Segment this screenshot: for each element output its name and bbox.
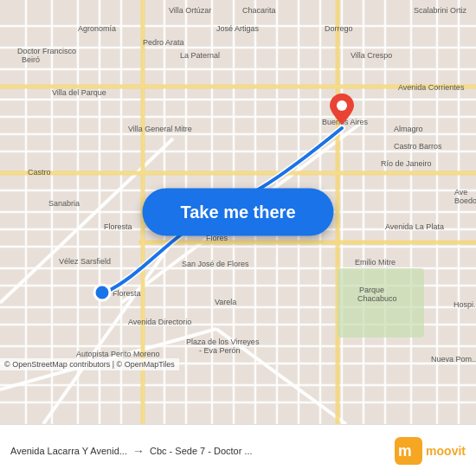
svg-text:Floresta: Floresta bbox=[104, 222, 132, 231]
svg-text:Plaza de los Virreyes: Plaza de los Virreyes bbox=[186, 338, 260, 346]
svg-text:José Artigas: José Artigas bbox=[216, 24, 260, 33]
svg-text:Pedro Arata: Pedro Arata bbox=[143, 38, 184, 47]
svg-text:Ave: Ave bbox=[454, 188, 467, 196]
bottom-bar: Avenida Lacarra Y Avenid... → Cbc - Sede… bbox=[0, 424, 476, 476]
svg-point-93 bbox=[337, 100, 347, 111]
svg-text:Floresta: Floresta bbox=[113, 289, 141, 298]
svg-text:Beiró: Beiró bbox=[22, 55, 40, 64]
svg-text:Vélez Sarsfield: Vélez Sarsfield bbox=[59, 257, 111, 266]
svg-text:Río de Janeiro: Río de Janeiro bbox=[381, 159, 432, 168]
svg-text:Parque: Parque bbox=[359, 286, 384, 294]
origin-label: Avenida Lacarra Y Avenid... bbox=[10, 446, 127, 456]
svg-text:Castro Barros: Castro Barros bbox=[394, 142, 442, 151]
svg-text:Almagro: Almagro bbox=[394, 125, 423, 133]
svg-text:m: m bbox=[398, 442, 412, 460]
svg-text:Villa Ortúzar: Villa Ortúzar bbox=[169, 6, 211, 15]
svg-text:Boedo: Boedo bbox=[454, 196, 476, 205]
svg-text:Emilio Mitre: Emilio Mitre bbox=[355, 258, 396, 267]
map-attribution: © OpenStreetMap contributors | © OpenMap… bbox=[0, 358, 179, 370]
svg-text:Dorrego: Dorrego bbox=[325, 24, 353, 33]
svg-text:Villa Crespo: Villa Crespo bbox=[351, 51, 392, 60]
moovit-wordmark: moovit bbox=[426, 444, 466, 458]
svg-text:Autopista Perito Moreno: Autopista Perito Moreno bbox=[76, 350, 160, 358]
svg-text:San José de Flores: San José de Flores bbox=[182, 260, 249, 268]
destination-label: Cbc - Sede 7 - Doctor ... bbox=[150, 446, 253, 456]
route-info: Avenida Lacarra Y Avenid... → Cbc - Sede… bbox=[10, 444, 388, 458]
svg-text:Nueva Pom...: Nueva Pom... bbox=[431, 355, 476, 363]
svg-text:Sanabria: Sanabria bbox=[48, 199, 80, 208]
svg-rect-52 bbox=[338, 268, 424, 338]
origin-marker bbox=[93, 283, 112, 306]
svg-text:Villa General Mitre: Villa General Mitre bbox=[128, 125, 192, 133]
svg-point-92 bbox=[94, 285, 110, 300]
moovit-logo: m moovit bbox=[395, 437, 466, 465]
svg-text:- Eva Perón: - Eva Perón bbox=[199, 346, 241, 355]
map-container: Villa Ortúzar Chacarita Scalabrini Ortiz… bbox=[0, 0, 476, 424]
take-me-there-button[interactable]: Take me there bbox=[142, 189, 333, 236]
svg-text:Avenida Directorio: Avenida Directorio bbox=[128, 318, 191, 326]
svg-text:Chacarita: Chacarita bbox=[242, 6, 276, 15]
svg-text:Castro: Castro bbox=[28, 168, 51, 177]
svg-text:La Paternal: La Paternal bbox=[180, 51, 220, 60]
route-arrow: → bbox=[132, 444, 145, 458]
svg-text:Avenida La Plata: Avenida La Plata bbox=[385, 222, 444, 231]
destination-marker bbox=[330, 93, 354, 128]
svg-text:Agronomía: Agronomía bbox=[78, 24, 116, 33]
svg-text:Chacabuco: Chacabuco bbox=[357, 294, 397, 303]
svg-text:Avenida Corrientes: Avenida Corrientes bbox=[398, 83, 465, 92]
svg-text:Villa del Parque: Villa del Parque bbox=[52, 88, 106, 97]
svg-text:Hospi...: Hospi... bbox=[453, 300, 476, 309]
svg-text:Varela: Varela bbox=[215, 298, 236, 306]
svg-text:Scalabrini Ortiz: Scalabrini Ortiz bbox=[414, 6, 467, 15]
svg-text:Doctor Francisco: Doctor Francisco bbox=[17, 47, 76, 55]
